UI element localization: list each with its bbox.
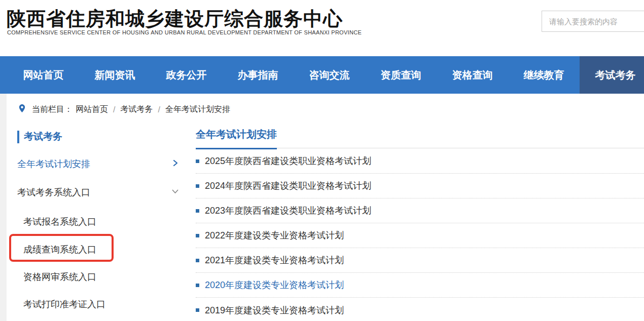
- site-subtitle: COMPREHENSIVE SERVICE CENTER OF HOUSING …: [7, 29, 362, 35]
- exam-plan-link-2025[interactable]: 2025年度陕西省建设类职业资格考试计划: [205, 155, 371, 167]
- search-input[interactable]: [542, 11, 644, 32]
- exam-plan-link-2022[interactable]: 2022年度建设类专业资格考试计划: [205, 229, 344, 242]
- sidebar-item-annual-exam-plan[interactable]: 全年考试计划安排: [17, 158, 180, 170]
- sidebar-item-exam-systems[interactable]: 考试考务系统入口: [17, 186, 180, 198]
- exam-plan-link-2020[interactable]: 2020年度建设类专业资格考试计划: [205, 279, 344, 291]
- square-bullet-icon: [196, 308, 199, 312]
- sidebar-header-accent-bar: [17, 131, 19, 143]
- square-bullet-icon: [196, 284, 199, 287]
- sidebar-subitem-exam-registration[interactable]: 考试报名系统入口: [23, 216, 96, 228]
- sidebar-item-label: 全年考试计划安排: [17, 158, 90, 170]
- square-bullet-icon: [196, 209, 199, 213]
- page-background-strip: [0, 94, 7, 321]
- chevron-right-icon: [171, 159, 180, 170]
- square-bullet-icon: [196, 234, 199, 237]
- nav-item-news[interactable]: 新闻资讯: [79, 56, 151, 94]
- nav-item-gov-info[interactable]: 政务公开: [151, 56, 222, 94]
- breadcrumb-annual-plan[interactable]: 全年考试计划安排: [165, 104, 230, 115]
- main-nav: 网站首页 新闻资讯 政务公开 办事指南 咨询交流 资质查询 资格查询 继续教育 …: [0, 56, 644, 94]
- nav-item-service-guide[interactable]: 办事指南: [222, 56, 294, 94]
- breadcrumb-home[interactable]: 网站首页: [76, 104, 108, 115]
- list-item[interactable]: 2022年度建设类专业资格考试计划: [196, 223, 644, 248]
- list-item[interactable]: 2019年度建设类专业资格考试计划: [196, 298, 644, 321]
- breadcrumb: 当前栏目： 网站首页 / 考试考务 / 全年考试计划安排: [18, 104, 230, 115]
- nav-item-continuing-education[interactable]: 继续教育: [508, 56, 580, 94]
- nav-item-consultation[interactable]: 咨询交流: [294, 56, 365, 94]
- page-title: 全年考试计划安排: [196, 128, 277, 149]
- breadcrumb-separator: /: [111, 105, 117, 114]
- page: 陕西省住房和城乡建设厅综合服务中心 COMPREHENSIVE SERVICE …: [0, 0, 644, 321]
- site-header: 陕西省住房和城乡建设厅综合服务中心 COMPREHENSIVE SERVICE …: [0, 0, 644, 56]
- nav-item-qualification-enterprise[interactable]: 资质查询: [365, 56, 437, 94]
- breadcrumb-prefix: 当前栏目：: [32, 104, 73, 115]
- exam-plan-link-2021[interactable]: 2021年度建设类专业资格考试计划: [205, 254, 344, 266]
- list-item[interactable]: 2024年度陕西省建设类职业资格考试计划: [196, 174, 644, 198]
- sidebar-header-label: 考试考务: [24, 130, 62, 143]
- list-item[interactable]: 2023年度陕西省建设类职业资格考试计划: [196, 198, 644, 223]
- nav-item-home[interactable]: 网站首页: [8, 56, 79, 94]
- list-item[interactable]: 2020年度建设类专业资格考试计划: [196, 273, 644, 298]
- sidebar-subitem-qualification-review[interactable]: 资格网审系统入口: [23, 271, 96, 283]
- chevron-down-icon: [171, 187, 180, 198]
- list-item[interactable]: 2025年度陕西省建设类职业资格考试计划: [196, 149, 644, 174]
- nav-item-qualification-personal[interactable]: 资格查询: [437, 56, 508, 94]
- nav-item-exams[interactable]: 考试考务: [580, 56, 644, 94]
- sidebar-subitem-score-query[interactable]: 成绩查询系统入口: [23, 244, 96, 256]
- breadcrumb-exams[interactable]: 考试考务: [120, 104, 153, 115]
- exam-plan-list: 2025年度陕西省建设类职业资格考试计划 2024年度陕西省建设类职业资格考试计…: [196, 149, 644, 321]
- list-item[interactable]: 2021年度建设类专业资格考试计划: [196, 248, 644, 273]
- square-bullet-icon: [196, 259, 199, 262]
- sidebar-header: 考试考务: [17, 130, 62, 143]
- exam-plan-link-2023[interactable]: 2023年度陕西省建设类职业资格考试计划: [205, 205, 371, 217]
- square-bullet-icon: [196, 184, 199, 188]
- site-title: 陕西省住房和城乡建设厅综合服务中心: [7, 6, 343, 32]
- sidebar-item-label: 考试考务系统入口: [17, 186, 90, 198]
- exam-plan-link-2019[interactable]: 2019年度建设类专业资格考试计划: [205, 304, 344, 316]
- breadcrumb-separator: /: [156, 105, 162, 114]
- sidebar-subitem-print-admission-ticket[interactable]: 考试打印准考证入口: [23, 298, 105, 310]
- location-pin-icon: [18, 104, 26, 115]
- square-bullet-icon: [196, 159, 199, 163]
- exam-plan-link-2024[interactable]: 2024年度陕西省建设类职业资格考试计划: [205, 180, 371, 192]
